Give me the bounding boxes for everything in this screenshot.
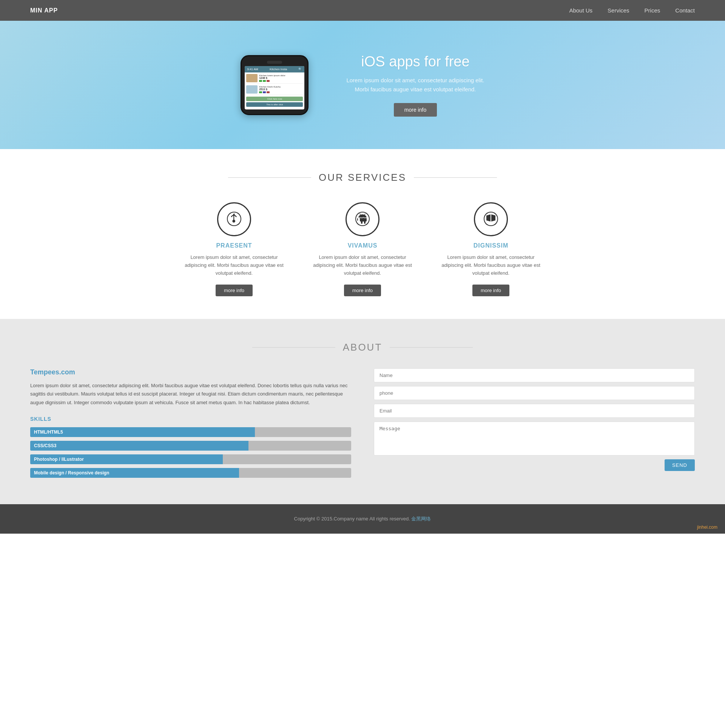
services-section: OUR SERVICES PRAESENT Lorem ipsum dolor … xyxy=(0,149,725,319)
service-title-praesent: PRAESENT xyxy=(181,242,287,249)
about-line-left xyxy=(252,347,335,348)
navbar-brand: MIN APP xyxy=(30,7,58,14)
hero-more-info-button[interactable]: more info xyxy=(394,103,437,117)
email-input[interactable] xyxy=(374,404,695,418)
skill-label-css: CSS/CSS3 xyxy=(34,443,56,448)
hero-text: iOS apps for free Lorem ipsum dolor sit … xyxy=(346,54,484,117)
services-grid: PRAESENT Lorem ipsum dolor sit amet, con… xyxy=(30,202,695,296)
skill-label-photoshop: Photoshop / IlLustrator xyxy=(34,457,84,462)
skill-label-html: HTML/HTML5 xyxy=(34,429,63,435)
footer-copyright: Copyright © 2015.Company name All rights… xyxy=(294,516,410,522)
about-line-right xyxy=(390,347,473,348)
skill-label-mobile: Mobile design / Responsive design xyxy=(34,470,109,476)
hero-description: Lorem ipsum dolor sit amet, consectetur … xyxy=(346,76,484,94)
android-icon xyxy=(346,202,379,236)
service-title-vivamus: VIVAMUS xyxy=(310,242,415,249)
service-desc-praesent: Lorem ipsum dolor sit amet, consectetur … xyxy=(181,254,287,277)
about-left: Tempees.com Lorem ipsum dolor sit amet, … xyxy=(30,368,351,481)
phone-input[interactable] xyxy=(374,386,695,400)
nav-about[interactable]: About Us xyxy=(569,7,592,14)
service-card-dignissim: DIGNISSIM Lorem ipsum dolor sit amet, co… xyxy=(438,202,544,296)
service-more-info-button-dignissim[interactable]: more info xyxy=(472,285,509,296)
navbar-links: About Us Services Prices Contact xyxy=(569,7,695,14)
service-desc-vivamus: Lorem ipsum dolor sit amet, consectetur … xyxy=(310,254,415,277)
service-more-info-button-praesent[interactable]: more info xyxy=(216,285,253,296)
skills-title: SKILLS xyxy=(30,416,351,422)
about-section: ABOUT Tempees.com Lorem ipsum dolor sit … xyxy=(0,319,725,504)
footer-link[interactable]: 金黑网络 xyxy=(411,516,431,522)
service-desc-dignissim: Lorem ipsum dolor sit amet, consectetur … xyxy=(438,254,544,277)
service-card-vivamus: VIVAMUS Lorem ipsum dolor sit amet, cons… xyxy=(310,202,415,296)
send-button[interactable]: SEND xyxy=(665,459,695,471)
footer: Copyright © 2015.Company name All rights… xyxy=(0,504,725,534)
about-description: Lorem ipsum dolor sit amet, consectetur … xyxy=(30,382,351,406)
nav-services[interactable]: Services xyxy=(608,7,629,14)
title-line-right xyxy=(414,177,497,178)
about-right: SEND xyxy=(374,368,695,481)
name-input[interactable] xyxy=(374,368,695,382)
contact-form: SEND xyxy=(374,368,695,471)
company-name: Tempees.com xyxy=(30,368,351,376)
skill-html: HTML/HTML5 xyxy=(30,427,351,437)
services-title: OUR SERVICES xyxy=(30,172,695,183)
title-line-left xyxy=(228,177,311,178)
skill-mobile: Mobile design / Responsive design xyxy=(30,468,351,478)
navbar: MIN APP About Us Services Prices Contact xyxy=(0,0,725,21)
about-content: Tempees.com Lorem ipsum dolor sit amet, … xyxy=(30,368,695,481)
service-more-info-button-vivamus[interactable]: more info xyxy=(344,285,381,296)
services-heading: OUR SERVICES xyxy=(319,172,406,183)
about-heading: ABOUT xyxy=(343,342,383,353)
about-title: ABOUT xyxy=(30,342,695,353)
nav-prices[interactable]: Prices xyxy=(645,7,660,14)
nav-contact[interactable]: Contact xyxy=(675,7,695,14)
apple-icon xyxy=(217,202,251,236)
service-title-dignissim: DIGNISSIM xyxy=(438,242,544,249)
form-bottom: SEND xyxy=(374,459,695,471)
hero-section: 9:41 AM Kitchen Insta 🔍 Kitchen lorem ip… xyxy=(0,21,725,149)
hero-phone: 9:41 AM Kitchen Insta 🔍 Kitchen lorem ip… xyxy=(241,55,316,115)
windows-icon xyxy=(474,202,508,236)
hero-title: iOS apps for free xyxy=(346,54,484,70)
footer-watermark: jinhei.com xyxy=(697,525,717,530)
skill-css: CSS/CSS3 xyxy=(30,441,351,451)
message-input[interactable] xyxy=(374,422,695,456)
skill-photoshop: Photoshop / IlLustrator xyxy=(30,454,351,464)
service-card-praesent: PRAESENT Lorem ipsum dolor sit amet, con… xyxy=(181,202,287,296)
